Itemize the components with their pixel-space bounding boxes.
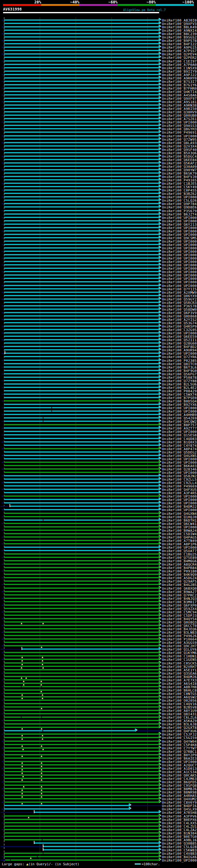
arrowhead-icon [159, 209, 161, 212]
alignment-row[interactable]: UniRef100_UPI000.. [0, 508, 197, 512]
subject-overhang-left [2, 142, 4, 143]
alignment-row[interactable]: UniRef100_Q9D8E6 [0, 206, 197, 209]
alignment-bar [4, 315, 159, 316]
hit-accession-label[interactable]: UniRef100_C5GI59 [162, 736, 197, 740]
alignment-bar [4, 377, 159, 378]
alignment-bar [4, 404, 159, 405]
arrowhead-icon [159, 205, 161, 208]
alignment-bar [43, 849, 159, 850]
alignment-bar [4, 390, 159, 391]
subject-overhang-left [2, 271, 4, 272]
hit-accession-label[interactable]: UniRef100_UPI000.. [162, 280, 197, 284]
arrowhead-icon [159, 548, 161, 552]
hit-accession-label[interactable]: UniRef100_UPI000.. [162, 859, 197, 862]
query-gap-triangle-icon [21, 738, 23, 740]
alignment-bar [4, 832, 159, 834]
alignment-bar [4, 570, 159, 571]
alignment-bar [4, 285, 159, 286]
alignment-row[interactable]: UniRef100_Q15ES8 [0, 434, 197, 437]
subject-overhang-left [2, 169, 4, 170]
arrowhead-icon [159, 317, 161, 320]
arrowhead-icon [159, 521, 161, 524]
arrowhead-icon [159, 215, 161, 218]
alignment-bar [4, 567, 159, 568]
arrowhead-icon [129, 807, 131, 810]
alignment-bar [4, 438, 159, 439]
alignment-bar [4, 727, 159, 728]
alignment-bar [4, 495, 159, 497]
arrowhead-icon [159, 161, 161, 164]
hit-accession-label[interactable]: UniRef100_C1GEN5 [162, 658, 197, 661]
alignment-bar [4, 179, 159, 180]
alignment-row[interactable]: UniRef100_Q2PER2 [0, 56, 197, 59]
alignment-row[interactable]: UniRef100_UPI000.. [0, 280, 197, 284]
alignment-bar [4, 230, 159, 231]
arrowhead-icon [159, 287, 161, 290]
arrowhead-icon [159, 541, 161, 545]
alignment-bar [4, 693, 159, 694]
alignment-bar [4, 713, 159, 714]
subject-overhang-left [2, 598, 4, 599]
hit-accession-label[interactable]: UniRef100_Q7ZYR6 [162, 355, 197, 359]
subject-overhang-left [2, 639, 4, 640]
alignment-row[interactable]: UniRef100_B4G2B5 [0, 583, 197, 587]
alignment-bar [4, 683, 159, 684]
subject-overhang-left [2, 829, 4, 830]
arrowhead-icon [135, 728, 137, 732]
hit-accession-label[interactable]: UniRef100_P49691 [162, 131, 197, 134]
alignment-bar [4, 363, 159, 364]
subject-overhang-left [2, 421, 4, 422]
alignment-bar [4, 618, 159, 619]
arrowhead-icon [159, 688, 161, 691]
alignview-plot: 20%~40%~60%~80%~100% AV631998 AlignView.… [0, 0, 197, 868]
arrowhead-icon [159, 647, 161, 650]
arrowhead-icon [159, 467, 161, 470]
arrowhead-icon [159, 463, 161, 466]
hit-accession-label[interactable]: UniRef100_Q2PER2 [162, 56, 197, 59]
arrowhead-icon [159, 242, 161, 245]
arrowhead-icon [159, 559, 161, 562]
alignment-bar [4, 744, 159, 745]
query-ruler-bar [3, 12, 159, 13]
arrowhead-icon [159, 385, 161, 388]
subject-overhang-left [2, 788, 4, 789]
alignment-bar [4, 625, 159, 626]
alignment-row[interactable]: UniRef100_P49691 [0, 131, 197, 134]
alignment-bar [4, 723, 159, 724]
arrowhead-icon [159, 735, 161, 738]
arrowhead-icon [159, 137, 161, 140]
hit-accession-label[interactable]: UniRef100_A7R5H8 [162, 811, 197, 814]
hit-accession-label[interactable]: UniRef100_B4G2B5 [162, 583, 197, 587]
subject-overhang-left [2, 748, 4, 748]
arrowhead-icon [159, 222, 161, 225]
subject-overhang-left [2, 156, 4, 157]
alignment-bar [4, 530, 159, 531]
arrowhead-icon [159, 259, 161, 262]
arrowhead-icon [159, 623, 161, 626]
arrowhead-icon [159, 759, 161, 763]
arrowhead-icon [159, 654, 161, 657]
alignment-row[interactable]: UniRef100_Q7ZYR6 [0, 355, 197, 359]
alignment-bar [4, 23, 159, 24]
alignment-bar [4, 118, 159, 119]
alignment-bar [4, 162, 159, 163]
alignment-bar [4, 67, 159, 68]
subject-overhang-left [2, 183, 4, 184]
arrowhead-icon [159, 191, 161, 194]
boundary-tick [34, 841, 34, 844]
alignment-row[interactable]: UniRef100_C5GI59 [0, 736, 197, 740]
subject-overhang-left [2, 816, 4, 816]
hit-accession-label[interactable]: UniRef100_UPI000.. [162, 508, 197, 512]
arrowhead-icon [159, 232, 161, 235]
gap-tick [21, 686, 22, 687]
arrowhead-icon [159, 341, 161, 344]
hit-accession-label[interactable]: UniRef100_Q9D8E6 [162, 206, 197, 209]
hit-accession-label[interactable]: UniRef100_Q15ES8 [162, 434, 197, 437]
alignment-row[interactable]: UniRef100_C1GEN5 [0, 658, 197, 661]
alignment-row[interactable]: UniRef100_UPI000.. [0, 859, 197, 862]
alignment-row[interactable]: UniRef100_A7R5H8 [0, 811, 197, 814]
arrowhead-icon [159, 266, 161, 269]
arrowhead-icon [159, 702, 161, 705]
arrowhead-icon [159, 722, 161, 725]
arrowhead-icon [159, 780, 161, 783]
